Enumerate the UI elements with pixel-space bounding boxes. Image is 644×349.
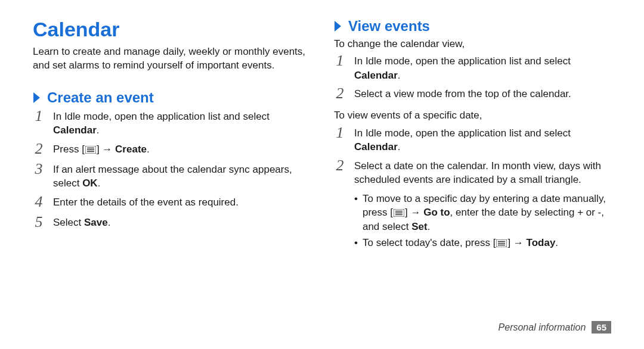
chevron-right-icon <box>33 92 41 104</box>
bullet-dot-icon: • <box>354 236 358 250</box>
step-number: 2 <box>334 86 346 101</box>
step: 2 Select a view mode from the top of the… <box>334 87 611 102</box>
step: 1 In Idle mode, open the application lis… <box>334 126 611 154</box>
page-title: Calendar <box>33 18 310 41</box>
step-text: In Idle mode, open the application list … <box>354 54 611 82</box>
section-create-event-label: Create an event <box>47 89 154 106</box>
step: 3 If an alert message about the calendar… <box>33 163 310 191</box>
step-number: 1 <box>33 108 45 124</box>
view-steps-b: 1 In Idle mode, open the application lis… <box>334 126 611 187</box>
page-number: 65 <box>592 321 611 334</box>
step-text: In Idle mode, open the application list … <box>53 110 310 138</box>
menu-icon <box>496 239 507 247</box>
menu-icon <box>394 209 404 217</box>
chevron-right-icon <box>334 20 342 32</box>
columns: Calendar Learn to create and manage dail… <box>0 0 644 252</box>
step-text: Press [] → Create. <box>53 142 310 156</box>
menu-icon <box>85 146 96 154</box>
step-number: 1 <box>334 53 346 68</box>
footer-label: Personal information <box>499 322 586 333</box>
bullets: • To move to a specific day by entering … <box>354 192 611 250</box>
bullet-text: To move to a specific day by entering a … <box>363 192 611 233</box>
bullet: • To select today's date, press [] → Tod… <box>354 236 611 250</box>
step: 4 Enter the details of the event as requ… <box>33 195 310 211</box>
bullet-text: To select today's date, press [] → Today… <box>363 236 558 250</box>
step: 5 Select Save. <box>33 216 310 231</box>
section-view-events-label: View events <box>348 18 430 35</box>
create-steps: 1 In Idle mode, open the application lis… <box>33 110 310 231</box>
view-steps-a: 1 In Idle mode, open the application lis… <box>334 54 611 102</box>
intro-paragraph: Learn to create and manage daily, weekly… <box>33 45 310 73</box>
step-number: 1 <box>334 125 346 141</box>
step-text: Enter the details of the event as requir… <box>53 195 310 209</box>
step: 1 In Idle mode, open the application lis… <box>33 110 310 138</box>
step-number: 2 <box>334 158 346 173</box>
step-text: Select Save. <box>53 216 310 229</box>
step: 2 Press [] → Create. <box>33 142 310 158</box>
view-intro-b: To view events of a specific date, <box>334 108 611 122</box>
step-number: 5 <box>33 214 45 230</box>
page: Calendar Learn to create and manage dail… <box>0 0 644 349</box>
step-number: 2 <box>33 141 45 157</box>
bullet: • To move to a specific day by entering … <box>354 192 611 233</box>
section-view-events: View events <box>334 18 611 35</box>
bullet-dot-icon: • <box>354 192 358 233</box>
footer: Personal information 65 <box>499 321 611 334</box>
right-column: View events To change the calendar view,… <box>334 18 611 252</box>
step: 2 Select a date on the calendar. In mont… <box>334 159 611 187</box>
step-number: 4 <box>33 194 45 210</box>
view-intro-a: To change the calendar view, <box>334 37 611 51</box>
step-text: If an alert message about the calendar s… <box>53 163 310 191</box>
step-number: 3 <box>33 161 45 177</box>
step-text: Select a date on the calendar. In month … <box>354 159 611 187</box>
left-column: Calendar Learn to create and manage dail… <box>33 18 310 252</box>
step: 1 In Idle mode, open the application lis… <box>334 54 611 82</box>
section-create-event: Create an event <box>33 89 310 106</box>
step-text: In Idle mode, open the application list … <box>354 126 611 154</box>
step-text: Select a view mode from the top of the c… <box>354 87 611 101</box>
